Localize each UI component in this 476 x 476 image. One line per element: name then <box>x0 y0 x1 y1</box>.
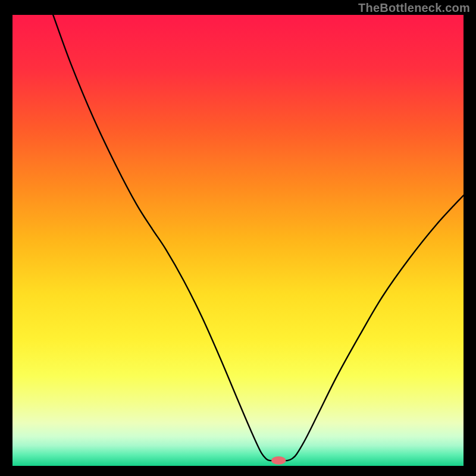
watermark-text: TheBottleneck.com <box>358 1 470 15</box>
optimal-marker <box>271 456 286 465</box>
chart-area <box>12 15 464 466</box>
bottleneck-chart <box>12 15 464 466</box>
chart-background <box>12 15 464 466</box>
